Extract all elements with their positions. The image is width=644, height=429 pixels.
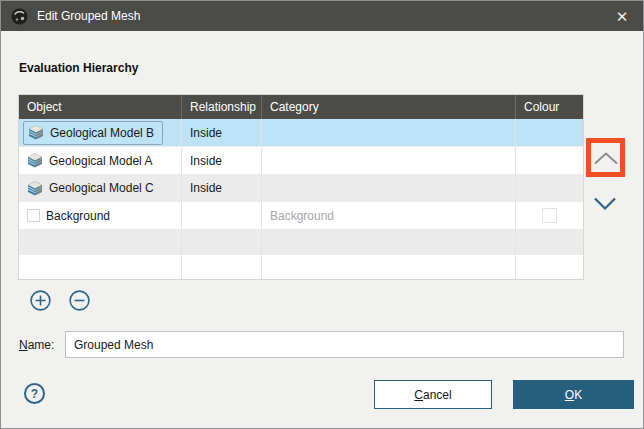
chevron-down-icon (593, 197, 617, 210)
window-title: Edit Grouped Mesh (37, 9, 140, 23)
edit-grouped-mesh-dialog: Edit Grouped Mesh ✕ Evaluation Hierarchy… (0, 0, 644, 429)
object-label: Background (46, 209, 110, 223)
category-placeholder: Background (270, 209, 334, 223)
name-label: Name: (19, 338, 54, 352)
object-cell[interactable]: Geological Model B (19, 119, 182, 147)
colour-swatch[interactable] (542, 208, 557, 223)
relationship-cell[interactable]: Inside (182, 147, 262, 175)
move-down-button[interactable] (591, 194, 619, 212)
cancel-button[interactable]: Cancel (374, 380, 492, 409)
ok-button[interactable]: OK (513, 380, 634, 409)
colour-cell[interactable] (516, 175, 583, 202)
column-header-object: Object (19, 95, 182, 119)
table-row-geological-model-a[interactable]: Geological Model A Inside (19, 147, 583, 175)
table-header-row: Object Relationship Category Colour (19, 95, 583, 119)
colour-cell[interactable] (516, 147, 583, 175)
object-label: Geological Model B (50, 126, 154, 140)
colour-cell[interactable] (516, 119, 583, 147)
table-row-geological-model-b[interactable]: Geological Model B Inside (19, 119, 583, 147)
section-heading: Evaluation Hierarchy (19, 61, 138, 75)
evaluation-hierarchy-table: Object Relationship Category Colour Geol… (18, 94, 584, 280)
column-header-colour: Colour (516, 95, 583, 119)
object-cell[interactable]: Geological Model A (19, 147, 182, 175)
name-input[interactable] (65, 331, 624, 358)
category-cell[interactable] (262, 119, 516, 147)
plus-icon (30, 290, 51, 311)
category-cell[interactable] (262, 147, 516, 175)
table-row-empty (19, 230, 583, 255)
column-header-category: Category (262, 95, 516, 119)
app-logo-icon (11, 8, 28, 25)
category-cell[interactable] (262, 175, 516, 202)
relationship-cell[interactable]: Inside (182, 175, 262, 202)
object-label: Geological Model A (49, 154, 152, 168)
question-mark-icon: ? (31, 387, 38, 401)
add-row-button[interactable] (30, 290, 51, 311)
colour-cell[interactable] (516, 202, 583, 230)
selected-cell-focus: Geological Model B (23, 121, 163, 145)
geological-model-icon (28, 125, 44, 140)
remove-row-button[interactable] (69, 290, 90, 311)
background-swatch-icon (27, 209, 40, 222)
close-icon[interactable]: ✕ (611, 5, 633, 27)
geological-model-icon (27, 181, 43, 196)
geological-model-icon (27, 153, 43, 168)
object-label: Geological Model C (49, 181, 154, 195)
title-bar: Edit Grouped Mesh ✕ (1, 1, 643, 31)
table-row-geological-model-c[interactable]: Geological Model C Inside (19, 175, 583, 202)
chevron-up-icon (593, 152, 619, 165)
minus-icon (69, 290, 90, 311)
object-cell[interactable]: Geological Model C (19, 175, 182, 202)
move-up-button[interactable] (592, 149, 620, 167)
help-button[interactable]: ? (24, 383, 45, 404)
category-cell[interactable]: Background (262, 202, 516, 230)
relationship-cell[interactable]: Inside (182, 119, 262, 147)
object-cell[interactable]: Background (19, 202, 182, 230)
table-row-empty (19, 255, 583, 279)
column-header-relationship: Relationship (182, 95, 262, 119)
relationship-cell[interactable] (182, 202, 262, 230)
table-row-background[interactable]: Background Background (19, 202, 583, 230)
